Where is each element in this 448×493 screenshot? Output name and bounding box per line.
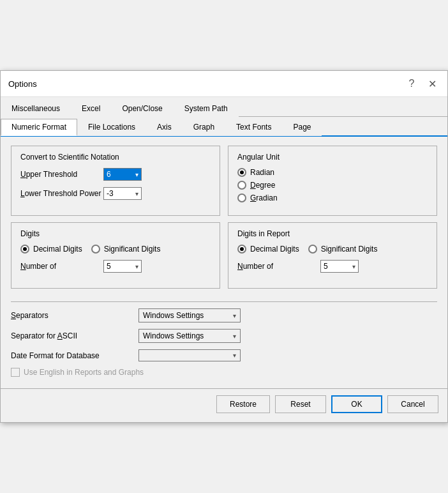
radio-significant-report-label: Significant Digits: [321, 245, 378, 254]
date-format-label: Date Format for Database: [11, 351, 138, 360]
separators-area: Separators Windows Settings ▾ Separator …: [11, 295, 437, 379]
separators-arrow: ▾: [233, 312, 236, 319]
upper-threshold-select[interactable]: 6 ▾: [103, 168, 142, 181]
digits-section-row: Digits Decimal Digits Significant Digits…: [11, 222, 437, 289]
date-format-row: Date Format for Database ▾: [11, 349, 437, 361]
radio-decimal-report[interactable]: Decimal Digits: [237, 245, 299, 254]
tab-openclose[interactable]: Open/Close: [111, 100, 173, 117]
digits-number-select[interactable]: 5 ▾: [103, 260, 142, 273]
tab-miscellaneous[interactable]: Miscellaneous: [1, 100, 71, 117]
tab-systempath[interactable]: System Path: [174, 100, 239, 117]
radio-significant-digits[interactable]: Significant Digits: [91, 245, 161, 254]
ascii-separator-value: Windows Settings: [143, 331, 233, 340]
tab-row-2: Numeric Format File Locations Axis Graph…: [1, 117, 447, 137]
radio-decimal-report-label: Decimal Digits: [250, 245, 299, 254]
ascii-separator-row: Separator for ASCII Windows Settings ▾: [11, 329, 437, 343]
radio-significant-report-circle: [308, 245, 317, 254]
digits-label: Digits: [20, 229, 211, 238]
radio-decimal-label: Decimal Digits: [33, 245, 82, 254]
digits-report-radio-inline: Decimal Digits Significant Digits: [237, 245, 428, 254]
digits-report-box: Digits in Report Decimal Digits Signific…: [228, 222, 437, 289]
upper-threshold-value: 6: [107, 170, 133, 179]
help-button[interactable]: ?: [404, 76, 419, 91]
radio-gradian-circle: [237, 193, 246, 202]
button-bar: Restore Reset OK Cancel: [1, 388, 447, 422]
radio-degree[interactable]: Degree: [237, 181, 428, 190]
radio-decimal-circle: [20, 245, 29, 254]
radio-gradian[interactable]: Gradian: [237, 193, 428, 202]
radio-gradian-label: Gradian: [250, 193, 278, 202]
radio-decimal-report-circle: [237, 245, 246, 254]
upper-threshold-arrow: ▾: [133, 171, 138, 178]
top-section-row: Convert to Scientific Notation Upper Thr…: [11, 146, 437, 216]
digits-report-number-arrow: ▾: [350, 263, 355, 270]
separators-select[interactable]: Windows Settings ▾: [138, 308, 241, 322]
angular-unit-label: Angular Unit: [237, 153, 428, 162]
tab-textfonts[interactable]: Text Fonts: [225, 119, 282, 136]
options-dialog: Options ? ✕ Miscellaneous Excel Open/Clo…: [0, 70, 448, 423]
digits-number-arrow: ▾: [133, 263, 138, 270]
title-bar: Options ? ✕: [1, 71, 447, 97]
cancel-button[interactable]: Cancel: [387, 395, 438, 413]
ascii-separator-label: Separator for ASCII: [11, 331, 138, 340]
digits-number-label: Number of: [20, 262, 103, 271]
radio-degree-label: Degree: [250, 181, 275, 190]
radio-degree-circle: [237, 181, 246, 190]
ascii-separator-select[interactable]: Windows Settings ▾: [138, 329, 241, 343]
tab-page[interactable]: Page: [282, 119, 322, 136]
separators-label: Separators: [11, 311, 138, 320]
close-button[interactable]: ✕: [424, 76, 440, 91]
digits-report-label: Digits in Report: [237, 229, 428, 238]
reset-button[interactable]: Reset: [275, 395, 326, 413]
tab-axis[interactable]: Axis: [146, 119, 183, 136]
english-label: Use English in Reports and Graphs: [24, 368, 144, 377]
digits-report-number-label: Number of: [237, 262, 320, 271]
date-format-arrow: ▾: [233, 352, 236, 359]
digits-report-number-value: 5: [324, 262, 350, 271]
tab-excel[interactable]: Excel: [71, 100, 111, 117]
lower-threshold-label: Lower Threshold Power: [20, 189, 103, 198]
digits-number-row: Number of 5 ▾: [20, 260, 211, 273]
scientific-notation-label: Convert to Scientific Notation: [20, 153, 211, 162]
digits-number-value: 5: [107, 262, 133, 271]
lower-threshold-row: Lower Threshold Power -3 ▾: [20, 187, 211, 200]
radio-decimal-digits[interactable]: Decimal Digits: [20, 245, 82, 254]
radio-significant-label: Significant Digits: [104, 245, 161, 254]
restore-button[interactable]: Restore: [216, 395, 270, 413]
dialog-title: Options: [8, 79, 37, 89]
ascii-separator-arrow: ▾: [233, 333, 236, 340]
upper-threshold-label: Upper Threshold: [20, 170, 103, 179]
lower-threshold-select[interactable]: -3 ▾: [103, 187, 142, 200]
digits-report-number-row: Number of 5 ▾: [237, 260, 428, 273]
digits-box: Digits Decimal Digits Significant Digits…: [11, 222, 220, 289]
digits-report-number-select[interactable]: 5 ▾: [320, 260, 359, 273]
tab-graph[interactable]: Graph: [183, 119, 225, 136]
angular-unit-box: Angular Unit Radian Degree Gradian: [228, 146, 437, 216]
separators-row: Separators Windows Settings ▾: [11, 308, 437, 322]
tab-filelocations[interactable]: File Locations: [77, 119, 146, 136]
lower-threshold-arrow: ▾: [133, 190, 138, 197]
radio-radian-circle: [237, 168, 246, 177]
ok-button[interactable]: OK: [331, 395, 382, 413]
tab-numericformat[interactable]: Numeric Format: [1, 119, 77, 136]
upper-threshold-row: Upper Threshold 6 ▾: [20, 168, 211, 181]
english-checkbox-row: Use English in Reports and Graphs: [11, 368, 437, 377]
divider: [11, 301, 437, 302]
digits-radio-inline: Decimal Digits Significant Digits: [20, 245, 211, 254]
radio-significant-report[interactable]: Significant Digits: [308, 245, 378, 254]
scientific-notation-box: Convert to Scientific Notation Upper Thr…: [11, 146, 220, 216]
radio-significant-circle: [91, 245, 100, 254]
tab-row-1: Miscellaneous Excel Open/Close System Pa…: [1, 97, 447, 117]
angular-unit-radio-group: Radian Degree Gradian: [237, 168, 428, 202]
separators-value: Windows Settings: [143, 311, 233, 320]
radio-radian-label: Radian: [250, 168, 274, 177]
english-checkbox[interactable]: [11, 368, 20, 377]
radio-radian[interactable]: Radian: [237, 168, 428, 177]
lower-threshold-value: -3: [107, 189, 133, 198]
title-bar-controls: ? ✕: [404, 76, 440, 91]
main-content: Convert to Scientific Notation Upper Thr…: [1, 137, 447, 388]
date-format-select[interactable]: ▾: [138, 349, 241, 361]
